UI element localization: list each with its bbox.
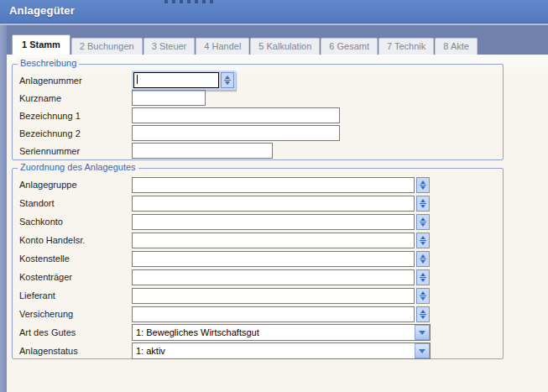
spinner-down-icon: [420, 186, 425, 190]
field-row-lieferant: Lieferant: [19, 286, 503, 305]
tab-kalkulation[interactable]: 5 Kalkulation: [250, 38, 320, 55]
spinner-divider: [420, 277, 426, 278]
field-row-seriennummer: Seriennummer: [19, 142, 503, 159]
field-row-sachkonto: Sachkonto: [19, 212, 503, 231]
art-des-gutes-select[interactable]: 1: Bewegliches Wirtschaftsgut: [132, 324, 431, 341]
standort-label: Standort: [19, 198, 132, 208]
seriennummer-label: Seriennummer: [19, 146, 132, 156]
field-row-versicherung: Versicherung: [19, 305, 503, 323]
spinner-down-icon: [420, 223, 425, 227]
standort-input[interactable]: [132, 196, 415, 212]
kostentraeger-input[interactable]: [132, 269, 415, 285]
window-titlebar: Anlagegüter: [0, 0, 548, 24]
field-row-kurzname: Kurzname: [19, 89, 503, 107]
sachkonto-label: Sachkonto: [19, 217, 132, 227]
lieferant-spinner[interactable]: [416, 288, 430, 304]
text-caret: [137, 75, 138, 84]
anlagenstatus-value: 1: aktiv: [133, 343, 415, 358]
spinner-up-icon: [420, 291, 425, 295]
spinner-divider: [420, 203, 426, 204]
spinner-divider: [224, 80, 231, 81]
anlagegruppe-label: Anlagegruppe: [19, 180, 132, 190]
bezeichnung1-input[interactable]: [132, 107, 340, 123]
spinner-up-icon: [225, 76, 230, 79]
spinner-up-icon: [420, 273, 425, 276]
kostentraeger-spinner[interactable]: [416, 269, 430, 285]
group-beschreibung: Beschreibung Anlagenummer Kurzname: [12, 64, 504, 160]
spinner-up-icon: [420, 310, 425, 313]
spinner-down-icon: [420, 279, 425, 282]
tab-stamm[interactable]: 1 Stamm: [12, 34, 70, 55]
kostenstelle-label: Kostenstelle: [19, 253, 132, 264]
art-des-gutes-dropdown-button[interactable]: [415, 325, 430, 340]
anlagenummer-focus-ring: [132, 71, 236, 90]
anlagenummer-input[interactable]: [133, 72, 219, 88]
group-zuordnung: Zuordnung des Anlagegutes Anlagegruppe S…: [12, 168, 504, 359]
field-row-kostenstelle: Kostenstelle: [19, 249, 503, 268]
spinner-down-icon: [420, 260, 425, 264]
spinner-up-icon: [420, 254, 425, 258]
spinner-down-icon: [420, 205, 425, 208]
bezeichnung2-input[interactable]: [132, 125, 340, 141]
anlagegueter-window: Anlagegüter 1 Stamm 2 Buchungen 3 Steuer…: [0, 0, 548, 392]
seriennummer-input[interactable]: [132, 143, 273, 159]
field-row-anlagenummer: Anlagenummer: [19, 71, 503, 89]
field-row-bezeichnung2: Bezeichnung 2: [19, 124, 503, 142]
spinner-up-icon: [420, 199, 425, 202]
field-row-konto-handelsr: Konto Handelsr.: [19, 231, 503, 249]
tab-buchungen[interactable]: 2 Buchungen: [71, 38, 143, 55]
bezeichnung1-label: Bezeichnung 1: [19, 111, 132, 121]
sachkonto-spinner[interactable]: [416, 214, 430, 230]
kurzname-label: Kurzname: [19, 93, 132, 103]
lieferant-label: Lieferant: [19, 290, 132, 301]
tab-content-stamm: Beschreibung Anlagenummer Kurzname: [7, 55, 548, 392]
spinner-divider: [420, 259, 426, 259]
dropdown-arrow-icon: [419, 331, 425, 335]
spinner-divider: [420, 222, 426, 222]
tab-steuer[interactable]: 3 Steuer: [144, 38, 196, 55]
versicherung-input[interactable]: [132, 306, 415, 322]
art-des-gutes-value: 1: Bewegliches Wirtschaftsgut: [133, 325, 415, 340]
anlagegruppe-spinner[interactable]: [416, 177, 430, 193]
kostenstelle-input[interactable]: [132, 251, 415, 267]
anlagenummer-label: Anlagenummer: [19, 76, 132, 86]
field-row-art-des-gutes: Art des Gutes 1: Bewegliches Wirtschafts…: [19, 323, 503, 342]
group-zuordnung-title: Zuordnung des Anlagegutes: [18, 162, 138, 172]
spinner-divider: [420, 240, 426, 241]
tab-list: 1 Stamm 2 Buchungen 3 Steuer 4 Handel 5 …: [12, 34, 478, 55]
tab-akte[interactable]: 8 Akte: [435, 38, 478, 55]
art-des-gutes-label: Art des Gutes: [19, 327, 132, 337]
versicherung-spinner[interactable]: [416, 306, 430, 322]
spinner-down-icon: [420, 242, 425, 245]
spinner-up-icon: [420, 180, 425, 184]
sachkonto-input[interactable]: [132, 214, 415, 230]
anlagenstatus-dropdown-button[interactable]: [415, 343, 430, 358]
field-row-standort: Standort: [19, 194, 503, 212]
tab-handel[interactable]: 4 Handel: [196, 38, 249, 55]
anlagegruppe-input[interactable]: [132, 177, 415, 193]
tab-technik[interactable]: 7 Technik: [378, 38, 434, 55]
spinner-divider: [420, 185, 426, 186]
tab-bar: 1 Stamm 2 Buchungen 3 Steuer 4 Handel 5 …: [7, 25, 548, 55]
kostentraeger-label: Kostenträger: [19, 272, 132, 282]
spinner-divider: [420, 314, 426, 315]
field-row-kostentraeger: Kostenträger: [19, 268, 503, 286]
standort-spinner[interactable]: [416, 196, 430, 212]
konto-handelsr-spinner[interactable]: [416, 233, 430, 248]
window-title: Anlagegüter: [9, 4, 75, 17]
anlagenstatus-select[interactable]: 1: aktiv: [132, 342, 431, 359]
konto-handelsr-input[interactable]: [132, 233, 415, 248]
field-row-anlagenstatus: Anlagenstatus 1: aktiv: [19, 342, 503, 360]
kurzname-input[interactable]: [132, 90, 206, 106]
field-row-bezeichnung1: Bezeichnung 1: [19, 107, 503, 124]
tab-gesamt[interactable]: 6 Gesamt: [321, 38, 378, 55]
spinner-divider: [420, 295, 426, 296]
anlagenummer-spinner[interactable]: [221, 72, 234, 88]
kostenstelle-spinner[interactable]: [416, 251, 430, 267]
lieferant-input[interactable]: [132, 288, 415, 304]
spinner-down-icon: [420, 316, 425, 319]
screenshot-artifact: [164, 0, 213, 3]
spinner-up-icon: [420, 217, 425, 221]
anlagenstatus-label: Anlagenstatus: [19, 346, 132, 356]
group-beschreibung-title: Beschreibung: [18, 58, 79, 68]
